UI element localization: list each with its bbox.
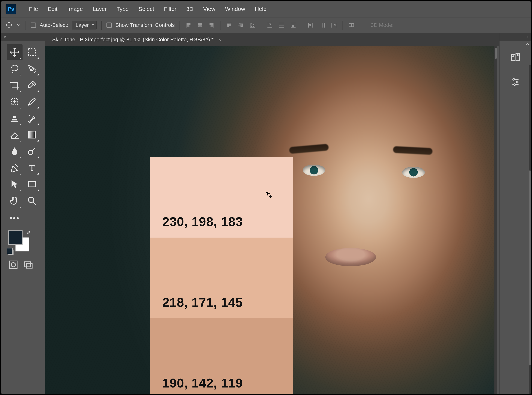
dist-left-button[interactable] xyxy=(307,21,314,29)
gradient-tool[interactable] xyxy=(24,127,40,143)
portrait-eye-right xyxy=(402,167,425,178)
auto-align-group xyxy=(348,21,355,29)
blur-tool[interactable] xyxy=(7,143,22,159)
clone-stamp-tool[interactable] xyxy=(7,110,22,126)
document-tab[interactable]: Skin Tone - PiXimperfect.jpg @ 81.1% (Sk… xyxy=(45,33,227,46)
menu-select[interactable]: Select xyxy=(134,4,159,14)
canvas[interactable]: 230, 198, 183 218, 171, 145 190, 142, 11… xyxy=(45,46,497,394)
path-select-tool[interactable] xyxy=(7,176,22,192)
menu-layer[interactable]: Layer xyxy=(88,4,111,14)
move-tool[interactable] xyxy=(7,44,22,60)
tool-preset-dropdown-icon[interactable] xyxy=(17,21,21,29)
color-swatches[interactable]: ↺ xyxy=(8,230,38,255)
palette-swatch-2[interactable]: 218, 171, 145 xyxy=(150,238,293,318)
auto-select-checkbox[interactable] xyxy=(31,22,36,28)
crop-tool[interactable] xyxy=(7,77,22,93)
zoom-tool[interactable] xyxy=(24,193,40,209)
palette-swatch-2-label: 218, 171, 145 xyxy=(162,295,243,310)
show-transform-checkbox[interactable] xyxy=(106,22,112,28)
marquee-tool[interactable] xyxy=(24,44,40,60)
menu-image[interactable]: Image xyxy=(62,4,88,14)
right-collapse-tab[interactable]: » xyxy=(499,33,531,41)
dist-right-button[interactable] xyxy=(330,21,338,29)
move-cursor-icon xyxy=(265,191,273,198)
svg-rect-11 xyxy=(253,24,254,27)
separator xyxy=(101,21,102,30)
photoshop-app: Ps File Edit Image Layer Type Select Fil… xyxy=(0,0,532,395)
rectangle-shape-tool[interactable] xyxy=(24,176,40,192)
dist-bottom-button[interactable] xyxy=(289,21,297,29)
svg-point-33 xyxy=(513,78,515,80)
view-mode-buttons xyxy=(1,256,45,270)
align-vert-center-button[interactable] xyxy=(237,21,244,29)
tools-collapse-tab[interactable]: « xyxy=(1,33,45,41)
mode-3d-label: 3D Mode: xyxy=(371,22,393,28)
svg-rect-0 xyxy=(187,24,190,25)
svg-rect-13 xyxy=(292,25,294,27)
svg-rect-14 xyxy=(309,24,310,26)
svg-rect-25 xyxy=(10,261,17,269)
svg-point-26 xyxy=(11,263,16,267)
screen-mode-button[interactable] xyxy=(23,260,33,270)
type-tool[interactable] xyxy=(24,160,40,176)
dist-top-button[interactable] xyxy=(266,21,274,29)
eyedropper-tool[interactable] xyxy=(24,77,40,93)
ellipsis-icon: ••• xyxy=(7,212,22,224)
palette-swatch-1-label: 230, 198, 183 xyxy=(162,214,243,229)
svg-rect-4 xyxy=(210,24,213,25)
align-top-edges-button[interactable] xyxy=(225,21,233,29)
menu-3d[interactable]: 3D xyxy=(181,4,198,14)
swap-colors-icon[interactable]: ↺ xyxy=(27,230,30,235)
lasso-tool[interactable] xyxy=(7,61,22,77)
separator xyxy=(26,21,26,30)
auto-select-target-select[interactable]: Layer xyxy=(72,21,97,29)
svg-point-24 xyxy=(28,197,34,203)
palette-swatch-3[interactable]: 190, 142, 119 xyxy=(150,318,293,394)
spot-heal-tool[interactable] xyxy=(7,94,22,110)
svg-rect-1 xyxy=(187,26,189,27)
move-tool-icon[interactable] xyxy=(5,21,13,29)
align-group-1 xyxy=(185,21,215,29)
dodge-tool[interactable] xyxy=(24,143,40,159)
adjustments-panel-icon[interactable] xyxy=(499,72,531,92)
document-tab-title: Skin Tone - PiXimperfect.jpg @ 81.1% (Sk… xyxy=(52,37,214,43)
edit-toolbar-button[interactable]: ••• xyxy=(1,212,45,227)
app-logo-text: Ps xyxy=(8,6,14,12)
align-bottom-edges-button[interactable] xyxy=(249,21,256,29)
align-horiz-center-button[interactable] xyxy=(196,21,204,29)
right-scrollbar[interactable] xyxy=(529,65,531,394)
default-colors-icon[interactable] xyxy=(8,250,14,255)
menu-window[interactable]: Window xyxy=(220,4,250,14)
close-tab-icon[interactable]: × xyxy=(218,37,221,43)
document-column: Skin Tone - PiXimperfect.jpg @ 81.1% (Sk… xyxy=(45,33,499,394)
svg-point-34 xyxy=(516,81,518,83)
app-logo[interactable]: Ps xyxy=(6,4,16,14)
dist-hcenter-button[interactable] xyxy=(318,21,326,29)
menu-help[interactable]: Help xyxy=(250,4,271,14)
align-left-edges-button[interactable] xyxy=(185,21,192,29)
history-brush-tool[interactable] xyxy=(24,110,40,126)
align-right-edges-button[interactable] xyxy=(208,21,215,29)
svg-rect-16 xyxy=(349,24,351,27)
pen-tool[interactable] xyxy=(7,160,22,176)
dist-vcenter-button[interactable] xyxy=(278,21,285,29)
svg-point-31 xyxy=(513,56,514,57)
quick-select-tool[interactable] xyxy=(24,61,40,77)
svg-point-22 xyxy=(28,150,33,155)
eraser-tool[interactable] xyxy=(7,127,22,143)
menu-view[interactable]: View xyxy=(198,4,220,14)
panel-up-arrow-icon[interactable] xyxy=(525,42,530,47)
canvas-scrollbar[interactable] xyxy=(494,46,497,394)
document-tab-bar: Skin Tone - PiXimperfect.jpg @ 81.1% (Sk… xyxy=(45,33,499,46)
right-panel-dock: » xyxy=(499,33,531,394)
brush-tool[interactable] xyxy=(24,94,40,110)
menu-file[interactable]: File xyxy=(24,4,43,14)
hand-tool[interactable] xyxy=(7,193,22,209)
menu-edit[interactable]: Edit xyxy=(43,4,62,14)
libraries-panel-icon[interactable] xyxy=(499,47,531,68)
foreground-color-swatch[interactable] xyxy=(8,230,22,245)
quick-mask-button[interactable] xyxy=(8,260,18,270)
auto-align-button[interactable] xyxy=(348,21,355,29)
menu-filter[interactable]: Filter xyxy=(159,4,181,14)
menu-type[interactable]: Type xyxy=(111,4,133,14)
